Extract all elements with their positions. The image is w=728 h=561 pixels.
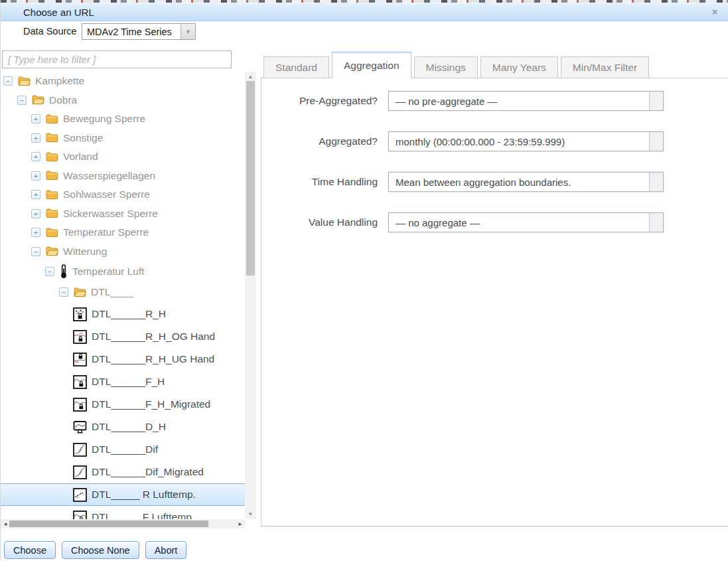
tree-item-label: Vorland	[63, 151, 98, 163]
value-handling-select[interactable]: — no aggregate —	[388, 212, 664, 232]
expand-plus-icon[interactable]: +	[31, 228, 40, 237]
tree-item-witterung[interactable]: − Witterung	[1, 242, 245, 262]
chevron-down-icon[interactable]: ▼	[181, 24, 195, 39]
field-value: — no aggregate —	[389, 217, 649, 228]
tree-item-label: DTL______F_H_Migrated	[92, 398, 210, 410]
tree-item-dtl-r-lufttemp[interactable]: DTL_____ R Lufttemp.	[1, 483, 245, 506]
tree-item-dtl-r-h[interactable]: DTL______R_H	[1, 303, 245, 325]
tree-item-kampkette[interactable]: − Kampkette	[1, 72, 245, 91]
chevron-down-icon[interactable]	[649, 92, 663, 110]
field-value: monthly (00:00:00.000 - 23:59:59.999)	[389, 136, 649, 147]
tree-item-dtl-d-h[interactable]: DTL______D_H	[1, 416, 245, 438]
dialog-title: Choose an URL	[23, 7, 94, 18]
folder-open-icon	[18, 76, 31, 86]
field-label: Aggregated?	[261, 135, 378, 147]
expand-plus-icon[interactable]: +	[31, 133, 40, 143]
chart-pen-icon	[73, 443, 87, 457]
chart-dip-lock-icon	[73, 353, 87, 366]
data-source-select[interactable]: MDAv2 Time Series ▼	[82, 23, 196, 40]
form-row: Pre-Aggregated? — no pre-aggregate —	[261, 91, 728, 111]
expand-plus-icon[interactable]: +	[31, 152, 40, 161]
tab-missings[interactable]: Missings	[414, 56, 478, 78]
folder-open-icon	[46, 246, 58, 256]
tree-filter-input[interactable]	[2, 50, 232, 68]
folder-closed-icon	[46, 133, 58, 143]
collapse-minus-icon[interactable]: −	[45, 267, 54, 276]
field-label: Time Handling	[261, 176, 378, 188]
chevron-down-icon[interactable]	[649, 132, 663, 151]
chart-curve-lock-icon	[73, 398, 87, 412]
tree-item-label: DTL______R_H_UG Hand	[92, 353, 214, 365]
chart-peak-lock-icon	[73, 330, 87, 344]
tab-many-years[interactable]: Many Years	[480, 56, 558, 78]
thermometer-icon	[60, 264, 68, 279]
vertical-scrollbar-thumb[interactable]	[246, 81, 255, 276]
close-icon[interactable]: ×	[709, 6, 721, 18]
scroll-left-icon[interactable]: ◄	[2, 521, 9, 527]
tree-item-temperatur-luft[interactable]: − Temperatur Luft	[1, 261, 245, 281]
tree-item-label: DTL____	[91, 286, 133, 298]
scroll-down-icon[interactable]: ▼	[245, 511, 256, 517]
time-handling-select[interactable]: Mean between aggregation boundaries.	[388, 172, 664, 192]
folder-closed-icon	[46, 208, 58, 218]
tab-aggregation[interactable]: Aggregation	[332, 52, 411, 78]
tree-item-label: DTL_____ F Lufttemp.	[92, 511, 194, 519]
tree-item-label: DTL______Dif_Migrated	[92, 466, 204, 478]
expand-plus-icon[interactable]: +	[31, 114, 40, 123]
expand-plus-icon[interactable]: +	[31, 190, 40, 199]
form-row: Time Handling Mean between aggregation b…	[261, 172, 728, 192]
tree-item-dtl-dif-migrated[interactable]: DTL______Dif_Migrated	[1, 461, 245, 483]
tree-horizontal-scrollbar[interactable]: ◄ ►	[1, 519, 245, 528]
choose-none-button[interactable]: Choose None	[62, 541, 139, 559]
abort-button[interactable]: Abort	[145, 541, 187, 559]
aggregation-tab-panel: Pre-Aggregated? — no pre-aggregate — Agg…	[261, 78, 728, 526]
folder-open-icon	[32, 95, 44, 105]
tree-item-label: Temperatur Sperre	[63, 226, 149, 238]
collapse-minus-icon[interactable]: −	[31, 247, 40, 256]
pre-aggregated-select[interactable]: — no pre-aggregate —	[388, 91, 664, 111]
tree-item-dtl-f-lufttemp[interactable]: DTL_____ F Lufttemp.	[1, 506, 245, 519]
tree-item-sonstige[interactable]: + Sonstige	[1, 129, 245, 148]
tree-item-sickerwasser-sperre[interactable]: + Sickerwasser Sperre	[1, 204, 245, 224]
tab-standard[interactable]: Standard	[263, 56, 329, 78]
folder-closed-icon	[46, 171, 58, 181]
scroll-up-icon[interactable]: ▲	[245, 74, 256, 80]
tree-vertical-scrollbar[interactable]: ▲ ▼	[245, 72, 256, 519]
horizontal-scrollbar-thumb[interactable]	[9, 521, 208, 527]
tree-item-bewegung-sperre[interactable]: + Bewegung Sperre	[1, 110, 245, 129]
tree-item-label: DTL______R_H	[92, 308, 166, 320]
chevron-down-icon[interactable]	[649, 213, 663, 232]
scroll-right-icon[interactable]: ►	[237, 521, 244, 527]
form-row: Value Handling — no aggregate —	[261, 212, 728, 232]
tab-min-max-filter[interactable]: Min/Max Filter	[561, 56, 649, 78]
folder-closed-icon	[46, 190, 58, 200]
tree-item-dtl-dif[interactable]: DTL______Dif	[1, 438, 245, 461]
folder-closed-icon	[46, 152, 58, 162]
tree-item-dtl-f-h[interactable]: DTL______F_H	[1, 370, 245, 393]
tree-item-vorland[interactable]: + Vorland	[1, 147, 245, 167]
tree-item-dobra[interactable]: − Dobra	[1, 91, 245, 110]
collapse-minus-icon[interactable]: −	[3, 76, 13, 86]
tree-item-label: Wasserspiegellagen	[63, 170, 155, 182]
choose-button[interactable]: Choose	[4, 541, 56, 559]
chevron-down-icon[interactable]	[649, 173, 663, 191]
tree-item-label: Sickerwasser Sperre	[63, 208, 158, 220]
chart-pen-icon	[73, 465, 87, 479]
expand-plus-icon[interactable]: +	[31, 171, 40, 181]
tree-item-dtl-r-h-ug-hand[interactable]: DTL______R_H_UG Hand	[1, 348, 245, 370]
tree-item-label: Dobra	[49, 94, 77, 106]
tree-item-dtl-f-h-migrated[interactable]: DTL______F_H_Migrated	[1, 393, 245, 416]
tree-item-wasserspiegellagen[interactable]: + Wasserspiegellagen	[1, 167, 245, 186]
aggregated-select[interactable]: monthly (00:00:00.000 - 23:59:59.999)	[388, 131, 664, 151]
expand-plus-icon[interactable]: +	[31, 209, 40, 218]
tree-item-temperatur-sperre[interactable]: + Temperatur Sperre	[1, 223, 245, 242]
collapse-minus-icon[interactable]: −	[17, 96, 27, 105]
tree-item-dtl-r-h-og-hand[interactable]: DTL______R_H_OG Hand	[1, 325, 245, 348]
field-value: Mean between aggregation boundaries.	[389, 177, 649, 188]
dialog-footer: Choose Choose None Abort	[4, 541, 186, 559]
tree-item-sohlwasser-sperre[interactable]: + Sohlwasser Sperre	[1, 185, 245, 204]
collapse-minus-icon[interactable]: −	[59, 287, 68, 297]
tree-item-label: Sohlwasser Sperre	[63, 189, 150, 200]
tree-item-dtl[interactable]: − DTL____	[1, 281, 245, 303]
series-tree: − Kampkette − Dobra + Bewegung Sperre + …	[1, 72, 245, 519]
